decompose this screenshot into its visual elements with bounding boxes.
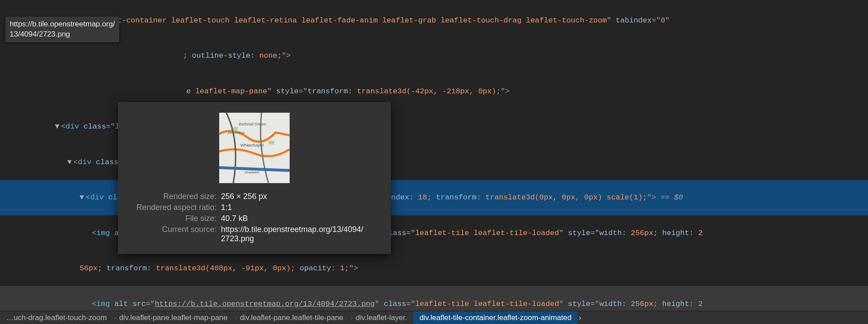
- svg-rect-2: [268, 141, 274, 144]
- svg-text:Whitechapel: Whitechapel: [240, 143, 264, 147]
- breadcrumb-item[interactable]: div.leaflet-pane.leaflet-map-pane›: [113, 311, 234, 324]
- url-tooltip: https://b.tile.openstreetmap.org/ 13/409…: [5, 17, 119, 42]
- breadcrumb-item[interactable]: div.leaflet-pane.leaflet-tile-pane›: [234, 311, 349, 324]
- svg-text:Shadwell: Shadwell: [245, 170, 259, 174]
- disclosure-triangle-icon[interactable]: ▼: [80, 192, 86, 203]
- breadcrumb[interactable]: …uch-drag.leaflet-touch-zoom› div.leafle…: [0, 311, 868, 324]
- chevron-right-icon: ›: [579, 313, 581, 322]
- tile-url-link[interactable]: https://b.tile.openstreetmap.org/13/4094…: [155, 300, 375, 308]
- breadcrumb-item[interactable]: …uch-drag.leaflet-touch-zoom›: [0, 311, 113, 324]
- selected-marker: == $0: [656, 193, 683, 202]
- tooltip-line: https://b.tile.openstreetmap.org/: [10, 20, 115, 28]
- svg-text:Shoreditch: Shoreditch: [228, 131, 244, 135]
- popover-value: 1:1: [221, 203, 380, 212]
- dom-node-continuation[interactable]: 56px; transform: translate3d(408px, -91p…: [0, 251, 868, 287]
- popover-value: 256 × 256 px: [221, 192, 380, 201]
- breadcrumb-item-selected[interactable]: div.leaflet-tile-container.leaflet-zoom-…: [413, 311, 578, 324]
- popover-value: https://b.tile.openstreetmap.org/13/4094…: [221, 225, 380, 243]
- dom-node[interactable]: ▼<div class="leaflet-container leaflet-t…: [0, 3, 868, 38]
- breadcrumb-item[interactable]: div.leaflet-layer.›: [349, 311, 413, 324]
- dom-node-continuation[interactable]: ..................................; outl…: [0, 38, 868, 74]
- popover-label: Rendered size:: [129, 192, 221, 201]
- disclosure-triangle-icon[interactable]: ▼: [67, 157, 74, 168]
- image-preview-popover: Whitechapel Bethnal Green Shoreditch Sha…: [118, 102, 391, 254]
- popover-label: File size:: [129, 214, 221, 223]
- popover-label: Rendered aspect ratio:: [129, 203, 221, 212]
- disclosure-triangle-icon[interactable]: ▼: [55, 121, 61, 133]
- tile-thumbnail: Whitechapel Bethnal Green Shoreditch Sha…: [219, 113, 290, 183]
- popover-label: Current source:: [129, 225, 221, 243]
- popover-value: 40.7 kB: [221, 214, 380, 223]
- svg-text:Bethnal Green: Bethnal Green: [239, 122, 266, 126]
- tooltip-line: 13/4094/2723.png: [10, 30, 70, 38]
